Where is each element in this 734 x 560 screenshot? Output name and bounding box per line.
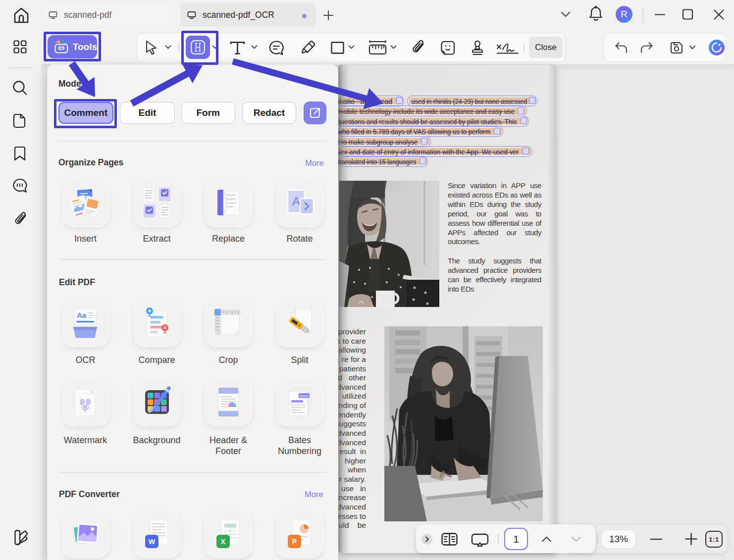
svg-text:X: X xyxy=(221,538,226,546)
svg-text:Aa: Aa xyxy=(77,311,87,319)
svg-text:A: A xyxy=(292,195,300,208)
svg-text:P: P xyxy=(292,538,297,546)
svg-text:000123: 000123 xyxy=(300,394,309,397)
svg-text:W: W xyxy=(148,538,155,546)
